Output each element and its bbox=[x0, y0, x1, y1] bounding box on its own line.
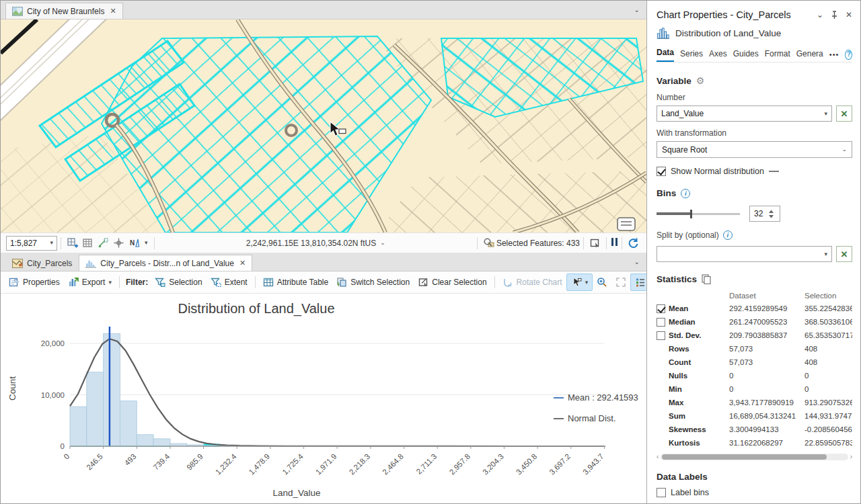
pointer-caret-icon: ▾ bbox=[585, 280, 589, 286]
filter-selection-button[interactable]: Selection bbox=[151, 274, 206, 290]
refresh-icon[interactable] bbox=[628, 237, 639, 249]
pointer-icon bbox=[571, 277, 582, 288]
grid-add-icon[interactable] bbox=[67, 237, 78, 249]
bins-spinner[interactable] bbox=[749, 206, 780, 222]
legend-label[interactable]: Normal Dist. bbox=[568, 413, 616, 423]
gear-icon[interactable]: ⚙ bbox=[696, 75, 705, 86]
full-extent-button[interactable] bbox=[611, 274, 630, 290]
clear-selection-label: Clear Selection bbox=[432, 278, 486, 287]
bins-increment-icon[interactable] bbox=[769, 210, 774, 213]
chart-tab-distribution[interactable]: City_Parcels - Distr...n of Land_Value ✕ bbox=[79, 255, 252, 271]
export-button[interactable]: Export ▾ bbox=[64, 274, 116, 290]
number-field-value: Land_Value bbox=[661, 109, 824, 118]
bins-slider[interactable] bbox=[657, 209, 740, 218]
panel-tab-format[interactable]: Format bbox=[765, 49, 790, 62]
legend-list-icon bbox=[635, 277, 646, 288]
properties-button[interactable]: Properties bbox=[5, 274, 64, 290]
statistics-hscrollbar[interactable]: ‹ › bbox=[657, 453, 852, 460]
scale-caret-icon: ▾ bbox=[50, 240, 53, 246]
copy-icon[interactable] bbox=[702, 274, 711, 284]
y-tick-label: 0 bbox=[61, 442, 65, 450]
stat-dataset-value: 57,073 bbox=[729, 345, 804, 353]
switch-selection-button[interactable]: Switch Selection bbox=[332, 274, 414, 290]
scrollbar-thumb[interactable] bbox=[662, 454, 827, 460]
number-field-combo[interactable]: Land_Value ▾ bbox=[657, 106, 832, 122]
panel-menu-chevron-icon[interactable]: ⌄ bbox=[817, 10, 823, 19]
statusbar-tools-caret-icon[interactable]: ▾ bbox=[145, 240, 148, 246]
snapping-icon[interactable] bbox=[98, 237, 109, 249]
panel-close-icon[interactable]: ✕ bbox=[846, 10, 852, 19]
y-tick-label: 10,000 bbox=[41, 391, 65, 399]
map-tabbar: City of New Braunfels ✕ ⌄ bbox=[1, 1, 646, 19]
bins-input[interactable] bbox=[750, 209, 768, 218]
panel-tab-series[interactable]: Series bbox=[680, 49, 703, 62]
bins-slider-handle[interactable] bbox=[690, 210, 693, 218]
scroll-left-icon[interactable]: ‹ bbox=[657, 453, 659, 460]
legend-label[interactable]: Mean : 292.41593 bbox=[568, 392, 638, 403]
map-scale-value: 1:5,827 bbox=[10, 239, 47, 248]
split-by-combo[interactable]: ▾ bbox=[657, 246, 832, 262]
coordinates-caret-icon: ⌄ bbox=[380, 240, 385, 246]
rotate-chart-button[interactable]: Rotate Chart bbox=[498, 274, 566, 290]
stat-row: Min00 bbox=[657, 382, 852, 396]
label-bins-checkbox[interactable] bbox=[657, 488, 666, 497]
map-scale-combo[interactable]: 1:5,827 ▾ bbox=[6, 236, 57, 251]
stat-checkbox-mean[interactable] bbox=[657, 304, 665, 313]
stat-label: Skewness bbox=[669, 425, 712, 433]
pause-drawing-icon[interactable] bbox=[610, 238, 618, 248]
bins-decrement-icon[interactable] bbox=[769, 215, 774, 218]
pointer-tool-button[interactable]: ▾ bbox=[566, 274, 593, 291]
map-infographics-icon[interactable] bbox=[617, 218, 635, 230]
split-by-expression-button[interactable]: ✕ bbox=[836, 246, 852, 262]
panel-tab-guides[interactable]: Guides bbox=[733, 49, 759, 62]
histogram-chart[interactable]: 010,00020,0000246.5493739.4985.91,232.41… bbox=[1, 294, 646, 504]
stat-checkbox-stddev[interactable] bbox=[657, 331, 665, 340]
crosshair-icon[interactable] bbox=[113, 237, 124, 249]
scroll-right-icon[interactable]: › bbox=[850, 453, 852, 460]
stat-label: Rows bbox=[669, 345, 712, 353]
filter-extent-button[interactable]: Extent bbox=[207, 274, 252, 290]
x-tick-label: 1,232.4 bbox=[214, 452, 238, 476]
bins-info-icon[interactable]: i bbox=[681, 189, 690, 198]
histogram-bar[interactable] bbox=[137, 435, 153, 446]
map-tabbar-chevron-icon[interactable]: ⌄ bbox=[634, 6, 640, 13]
zoom-tool-button[interactable] bbox=[593, 274, 611, 290]
panel-tab-axes[interactable]: Axes bbox=[709, 49, 727, 62]
split-by-info-icon[interactable]: i bbox=[723, 230, 733, 240]
panel-tab-general[interactable]: Genera bbox=[796, 49, 823, 62]
chart-tabbar: City_Parcels City_Parcels - Distr...n of… bbox=[1, 253, 646, 271]
panel-tabs-overflow-icon[interactable]: ••• bbox=[829, 50, 839, 62]
filter-extent-label: Extent bbox=[225, 278, 248, 287]
chart-tab-attribute-table[interactable]: City_Parcels bbox=[5, 255, 79, 271]
histogram-bar[interactable] bbox=[70, 407, 87, 446]
select-tool-icon[interactable] bbox=[589, 237, 601, 249]
number-expression-button[interactable]: ✕ bbox=[836, 106, 852, 122]
clear-selection-button[interactable]: Clear Selection bbox=[414, 274, 490, 290]
transformation-select[interactable]: Square Root ⌄ bbox=[657, 141, 852, 158]
north-arrow-icon[interactable]: N bbox=[128, 237, 140, 249]
show-normal-checkbox[interactable] bbox=[657, 167, 666, 176]
transformation-caret-icon: ⌄ bbox=[841, 146, 847, 153]
histogram-bar[interactable] bbox=[87, 372, 104, 446]
attribute-table-button[interactable]: Attribute Table bbox=[259, 274, 333, 290]
map-tab-close-icon[interactable]: ✕ bbox=[110, 7, 116, 15]
chart-tabbar-chevron-icon[interactable]: ⌄ bbox=[634, 258, 640, 265]
stat-selection-value: 22.859505783 bbox=[804, 439, 852, 447]
map-tab[interactable]: City of New Braunfels ✕ bbox=[5, 3, 123, 19]
x-tick-label: 3,450.8 bbox=[515, 452, 539, 476]
histogram-bar[interactable] bbox=[104, 333, 120, 446]
histogram-bar[interactable] bbox=[153, 439, 170, 446]
svg-text:N: N bbox=[130, 239, 135, 247]
stat-label: Max bbox=[669, 398, 712, 407]
help-icon[interactable]: ? bbox=[845, 50, 852, 60]
chart-tab-close-icon[interactable]: ✕ bbox=[239, 259, 246, 267]
map-canvas[interactable] bbox=[1, 19, 646, 233]
selected-features-count[interactable]: Selected Features: 433 bbox=[496, 239, 580, 248]
pin-icon[interactable] bbox=[831, 11, 838, 19]
histogram-bar[interactable] bbox=[120, 401, 137, 446]
grid-icon[interactable] bbox=[82, 237, 93, 249]
stat-checkbox-median[interactable] bbox=[657, 318, 665, 327]
panel-tab-data[interactable]: Data bbox=[657, 48, 674, 62]
stat-dataset-value: 57,073 bbox=[729, 358, 804, 366]
coordinates-display[interactable]: 2,242,961.15E 13,810,354.02N ftUS ⌄ bbox=[246, 239, 385, 248]
